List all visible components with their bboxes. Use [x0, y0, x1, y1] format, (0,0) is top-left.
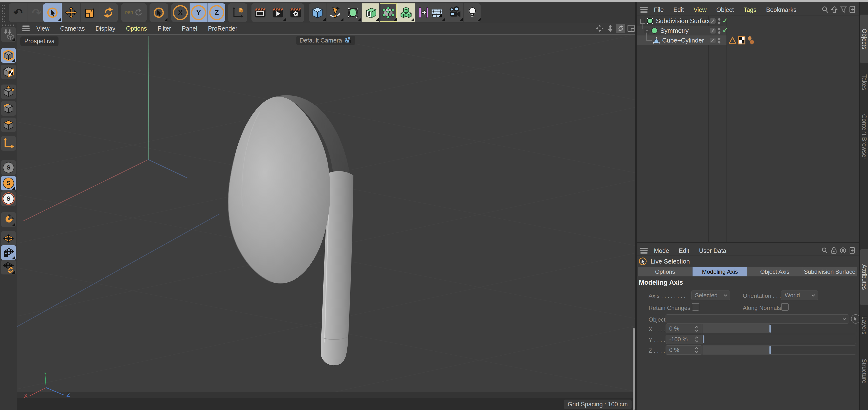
- earbud-model[interactable]: [223, 92, 379, 374]
- add-light-button[interactable]: [463, 3, 480, 22]
- render-picture-viewer-button[interactable]: [269, 3, 287, 22]
- am-search-icon[interactable]: [820, 246, 829, 255]
- layer-icon[interactable]: [710, 18, 716, 24]
- tab-content-browser[interactable]: Content Browser: [860, 99, 868, 174]
- tab-objects[interactable]: Objects: [860, 14, 868, 63]
- points-mode-button[interactable]: [1, 85, 16, 99]
- menu-view[interactable]: View: [36, 25, 50, 32]
- panel-splitter[interactable]: [635, 2, 637, 410]
- viewport-dolly-icon[interactable]: [606, 24, 615, 33]
- tab-attributes[interactable]: Attributes: [860, 249, 868, 305]
- am-menu-edit[interactable]: Edit: [679, 247, 689, 254]
- view-label[interactable]: Prospettiva: [21, 36, 59, 46]
- menu-cameras[interactable]: Cameras: [60, 25, 85, 32]
- workplane-button[interactable]: [1, 231, 16, 246]
- camera-label[interactable]: Default Camera: [296, 36, 355, 45]
- toolbar-grip[interactable]: [1, 4, 5, 22]
- om-path-up-icon[interactable]: [830, 5, 838, 13]
- magnet-snap-button[interactable]: [1, 212, 16, 227]
- viewport-rotate-icon[interactable]: [616, 24, 625, 33]
- visibility-dots[interactable]: [718, 27, 720, 35]
- tab-layers[interactable]: Layers: [860, 309, 868, 343]
- object-row-subdivision-surface[interactable]: − Subdivision Surface ✓: [637, 16, 859, 26]
- scale-button[interactable]: [80, 3, 99, 22]
- x-slider-handle[interactable]: [770, 325, 771, 332]
- add-camera-button[interactable]: [446, 3, 463, 22]
- menu-options[interactable]: Options: [126, 25, 147, 32]
- reset-psr-button[interactable]: PSR: [121, 3, 147, 22]
- am-menu-userdata[interactable]: User Data: [699, 247, 726, 254]
- texture-mode-button[interactable]: [1, 65, 16, 79]
- extrude-object-button[interactable]: [362, 3, 379, 22]
- viewport-scrollbar[interactable]: [633, 328, 635, 410]
- axis-mode-button[interactable]: [1, 136, 16, 151]
- tab-object-axis[interactable]: Object Axis: [747, 267, 802, 276]
- z-slider-handle[interactable]: [770, 346, 771, 354]
- y-slider[interactable]: [703, 335, 856, 344]
- selection-tag-icon[interactable]: [747, 36, 755, 45]
- symmetry-generator-button[interactable]: [379, 3, 397, 22]
- add-cube-button[interactable]: [309, 3, 326, 22]
- y-axis-lock-button[interactable]: Y: [189, 3, 208, 22]
- object-picker-button[interactable]: [851, 314, 860, 324]
- axis-dropdown[interactable]: Selected: [691, 291, 730, 300]
- edges-mode-button[interactable]: [1, 101, 16, 116]
- z-axis-lock-button[interactable]: Z: [208, 3, 225, 22]
- snap-settings-button[interactable]: S: [1, 192, 16, 206]
- visibility-dots[interactable]: [718, 17, 720, 25]
- enabled-check-icon[interactable]: ✓: [722, 27, 728, 34]
- tab-modeling-axis[interactable]: Modeling Axis: [692, 267, 747, 276]
- uvw-tag-icon[interactable]: [738, 36, 746, 45]
- menu-display[interactable]: Display: [95, 25, 115, 32]
- layer-icon[interactable]: [710, 37, 716, 43]
- om-search-icon[interactable]: [821, 5, 829, 13]
- align-workplane-button[interactable]: [1, 260, 16, 274]
- live-selection-button[interactable]: [43, 3, 62, 22]
- am-add-panel-icon[interactable]: [848, 246, 856, 255]
- menu-prorender[interactable]: ProRender: [208, 25, 238, 32]
- viewport-menu-icon[interactable]: [22, 26, 30, 31]
- object-link-field[interactable]: [665, 314, 849, 324]
- spline-pen-button[interactable]: [326, 3, 344, 22]
- om-filter-icon[interactable]: [839, 5, 847, 13]
- snap-disabled-button[interactable]: S: [1, 160, 16, 175]
- z-slider[interactable]: [703, 345, 856, 355]
- expander-icon[interactable]: −: [640, 19, 645, 24]
- tab-structure[interactable]: Structure: [860, 344, 868, 398]
- om-menu-view[interactable]: View: [693, 6, 707, 13]
- object-row-symmetry[interactable]: − Symmetry ✓: [637, 26, 726, 35]
- am-lock-icon[interactable]: [830, 246, 838, 255]
- layer-icon[interactable]: [710, 28, 716, 34]
- om-menu-object[interactable]: Object: [716, 6, 734, 13]
- z-spinner[interactable]: [695, 347, 699, 353]
- retain-changes-checkbox[interactable]: [692, 303, 699, 311]
- viewport-toggle-icon[interactable]: [626, 24, 636, 33]
- x-axis-lock-button[interactable]: X: [172, 3, 189, 22]
- along-normals-checkbox[interactable]: [781, 303, 788, 311]
- om-menu-file[interactable]: File: [654, 6, 663, 13]
- render-view-button[interactable]: [251, 3, 269, 22]
- am-menu-mode[interactable]: Mode: [654, 247, 669, 254]
- y-slider-handle[interactable]: [703, 335, 704, 343]
- om-menu-bookmarks[interactable]: Bookmarks: [766, 6, 796, 13]
- tab-takes[interactable]: Takes: [860, 66, 868, 98]
- object-row-cube-cylinder[interactable]: Cube+Cylinder: [637, 35, 726, 45]
- polygons-mode-button[interactable]: [1, 118, 16, 132]
- expander-icon[interactable]: −: [645, 29, 649, 33]
- am-track-icon[interactable]: [839, 246, 847, 255]
- undo-button[interactable]: ↶: [9, 3, 27, 22]
- x-spinner[interactable]: [695, 326, 699, 332]
- rotate-button[interactable]: [99, 3, 118, 22]
- tab-subdivision-surface[interactable]: Subdivision Surface: [802, 267, 857, 276]
- subdivision-surface-button[interactable]: [344, 3, 362, 22]
- make-editable-button[interactable]: [1, 27, 16, 42]
- move-button[interactable]: [62, 3, 80, 22]
- menu-filter[interactable]: Filter: [158, 25, 171, 32]
- menu-panel[interactable]: Panel: [182, 25, 197, 32]
- coordinate-system-button[interactable]: [228, 3, 247, 22]
- orientation-dropdown[interactable]: World: [781, 291, 818, 300]
- enabled-check-icon[interactable]: ✓: [722, 17, 728, 25]
- om-menu-edit[interactable]: Edit: [673, 6, 684, 13]
- viewport-pan-icon[interactable]: [595, 24, 604, 33]
- selection-tool-button[interactable]: [150, 3, 168, 22]
